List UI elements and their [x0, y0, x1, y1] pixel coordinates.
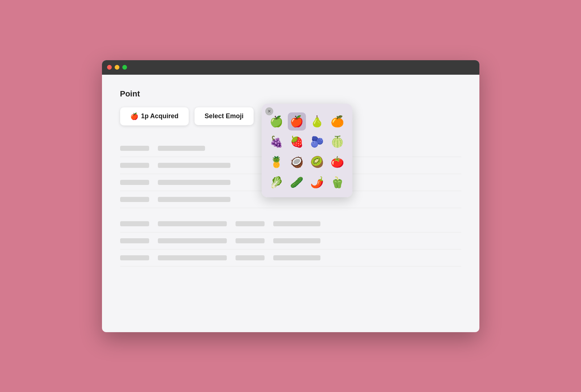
emoji-cell-pineapple[interactable]: 🍍 [267, 153, 286, 171]
skeleton-block [158, 221, 227, 226]
emoji-cell-kiwi[interactable]: 🥝 [308, 153, 326, 171]
skeleton-row [120, 232, 461, 249]
emoji-cell-red-apple[interactable]: 🍎 [288, 112, 306, 131]
skeleton-row [120, 249, 461, 267]
select-emoji-button[interactable]: Select Emoji [195, 107, 254, 125]
main-content: Point 🍎 1p Acquired Select Emoji [102, 75, 479, 281]
skeleton-row [120, 215, 461, 232]
skeleton-block [120, 197, 149, 202]
skeleton-block [236, 221, 265, 226]
titlebar [102, 60, 479, 75]
skeleton-block [158, 197, 230, 202]
emoji-cell-tangerine[interactable]: 🍊 [328, 112, 347, 131]
skeleton-block [236, 255, 265, 260]
emoji-cell-grapes[interactable]: 🍇 [267, 133, 286, 151]
emoji-cell-coconut[interactable]: 🥥 [288, 153, 306, 171]
acquired-label: 1p Acquired [141, 112, 179, 120]
skeleton-block [120, 221, 149, 226]
skeleton-block [158, 146, 205, 151]
acquired-button[interactable]: 🍎 1p Acquired [120, 107, 189, 125]
skeleton-block [273, 238, 320, 243]
skeleton-block [120, 146, 149, 151]
skeleton-block [273, 255, 320, 260]
skeleton-block [158, 255, 227, 260]
skeleton-block [158, 180, 230, 185]
emoji-cell-leafy-green[interactable]: 🥬 [267, 173, 286, 191]
skeleton-rows-bottom [120, 215, 461, 267]
skeleton-block [236, 238, 265, 243]
emoji-grid: 🍏🍎🍐🍊🍇🍓🫐🍈🍍🥥🥝🍅🥬🥒🌶️🫑 [267, 112, 347, 191]
skeleton-block [120, 255, 149, 260]
minimize-button[interactable] [115, 65, 119, 70]
emoji-cell-strawberry[interactable]: 🍓 [288, 133, 306, 151]
emoji-cell-tomato[interactable]: 🍅 [328, 153, 347, 171]
point-label: Point [120, 89, 461, 99]
emoji-cell-blueberries[interactable]: 🫐 [308, 133, 326, 151]
skeleton-block [120, 238, 149, 243]
emoji-cell-hot-pepper[interactable]: 🌶️ [308, 173, 326, 191]
maximize-button[interactable] [122, 65, 127, 70]
skeleton-block [120, 163, 149, 168]
emoji-picker: ✕ 🍏🍎🍐🍊🍇🍓🫐🍈🍍🥥🥝🍅🥬🥒🌶️🫑 [262, 104, 352, 197]
skeleton-block [120, 180, 149, 185]
close-icon: ✕ [267, 109, 271, 114]
emoji-cell-bell-pepper[interactable]: 🫑 [328, 173, 347, 191]
skeleton-block [158, 163, 230, 168]
emoji-cell-melon[interactable]: 🍈 [328, 133, 347, 151]
close-button[interactable] [107, 65, 112, 70]
emoji-picker-close-button[interactable]: ✕ [265, 107, 273, 115]
emoji-cell-pear[interactable]: 🍐 [308, 112, 326, 131]
skeleton-block [273, 221, 320, 226]
emoji-cell-cucumber[interactable]: 🥒 [288, 173, 306, 191]
acquired-emoji: 🍎 [130, 112, 138, 120]
app-window: Point 🍎 1p Acquired Select Emoji [102, 60, 479, 332]
skeleton-block [158, 238, 227, 243]
